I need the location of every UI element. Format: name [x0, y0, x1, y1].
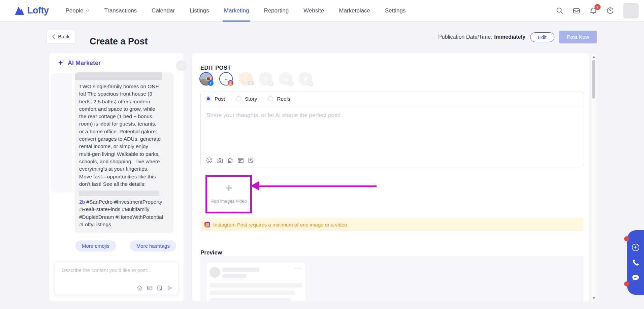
- ai-prompt-input[interactable]: [61, 267, 172, 282]
- scroll-down-arrow[interactable]: [592, 297, 595, 299]
- publication-controls: Publication Date/Time: Immediately Edit …: [438, 30, 597, 44]
- google-business-account[interactable]: +: [299, 72, 312, 85]
- edit-post-heading: EDIT POST: [200, 65, 231, 71]
- note-edit-icon[interactable]: [157, 285, 163, 291]
- post-preview-card: ···: [206, 263, 306, 301]
- search-icon[interactable]: [556, 7, 564, 14]
- storefront-icon: [302, 76, 309, 82]
- redacted-side-block: [51, 73, 72, 193]
- post-compose-box: Post Story Reels: [200, 92, 583, 167]
- x-twitter-account[interactable]: +: [259, 72, 272, 85]
- flyer-icon[interactable]: [147, 285, 153, 291]
- scroll-up-arrow[interactable]: [592, 56, 595, 58]
- ai-quick-actions: More emojis More hashtags: [75, 240, 176, 251]
- nav-item-marketing[interactable]: Marketing: [224, 0, 249, 22]
- preview-name-skeleton: [222, 268, 259, 272]
- instagram-account[interactable]: [219, 72, 233, 85]
- ai-post-copy: TWO single-family homes on ONE lot! The …: [79, 83, 169, 188]
- camera-icon[interactable]: [216, 157, 223, 164]
- instagram-icon: [204, 222, 210, 228]
- floating-contact-widget: [627, 230, 644, 295]
- publication-label: Publication Date/Time:: [438, 34, 492, 40]
- lofty-logo-icon: [14, 6, 24, 16]
- post-now-button[interactable]: Post Now: [559, 31, 597, 43]
- post-content-textarea[interactable]: [206, 111, 578, 148]
- chat-icon[interactable]: [631, 273, 640, 282]
- preview-avatar-skeleton: [210, 267, 220, 278]
- flyer-icon[interactable]: [237, 157, 244, 164]
- more-options-icon[interactable]: ···: [294, 265, 301, 271]
- facebook-account[interactable]: f: [199, 72, 213, 85]
- nav-item-website[interactable]: Website: [303, 0, 324, 22]
- emoji-icon[interactable]: [206, 157, 213, 164]
- nav-item-settings[interactable]: Settings: [385, 0, 406, 22]
- instagram-warning-banner: Instagram Post requires a minimum of one…: [200, 218, 583, 231]
- more-hashtags-button[interactable]: More hashtags: [130, 240, 176, 251]
- preview-text-skeleton: [210, 290, 295, 295]
- user-avatar[interactable]: [623, 3, 639, 19]
- lofty-logo[interactable]: Lofty: [14, 5, 49, 16]
- edit-post-panel: EDIT POST f C ▶ +: [192, 53, 589, 301]
- preview-date-skeleton: [222, 274, 247, 278]
- send-icon[interactable]: [167, 284, 174, 291]
- post-type-story[interactable]: Story: [236, 96, 257, 102]
- nav-item-listings[interactable]: Listings: [190, 0, 209, 22]
- redacted-text-block: [75, 72, 162, 80]
- nav-right-icons: 2: [556, 3, 639, 19]
- divider: [631, 255, 640, 255]
- add-account-icon: +: [308, 81, 314, 87]
- chevron-left-icon: [52, 34, 55, 39]
- top-navigation: Lofty People Transactions Calendar Listi…: [0, 0, 644, 22]
- vertical-scrollbar[interactable]: [591, 54, 596, 301]
- edit-schedule-button[interactable]: Edit: [530, 32, 554, 42]
- sparkle-icon: [57, 59, 65, 67]
- chevron-down-icon: [86, 9, 89, 12]
- note-edit-icon[interactable]: [248, 157, 255, 164]
- x-icon: [263, 76, 268, 81]
- nav-item-marketplace[interactable]: Marketplace: [339, 0, 370, 22]
- help-icon[interactable]: [606, 7, 614, 14]
- plus-icon: +: [208, 182, 250, 194]
- radio-selected: [206, 96, 211, 101]
- ai-post-hashtags: 2b #SanPedro #InvestmentProperty #RealEs…: [79, 198, 169, 228]
- ai-message-bubble: TWO single-family homes on ONE lot! The …: [75, 72, 173, 233]
- brand-name: Lofty: [27, 5, 49, 16]
- main-nav: People Transactions Calendar Listings Ma…: [65, 0, 406, 22]
- notification-count-badge: 2: [594, 4, 601, 10]
- ai-marketer-panel: AI Marketer TWO single-family homes on O…: [49, 53, 184, 301]
- home-icon[interactable]: [136, 285, 143, 291]
- nav-item-reporting[interactable]: Reporting: [264, 0, 289, 22]
- nav-item-people[interactable]: People: [65, 0, 89, 22]
- social-accounts-row: f C ▶ + in +: [199, 72, 312, 85]
- page-title: Create a Post: [90, 36, 148, 47]
- add-account-icon: +: [268, 81, 274, 87]
- more-emojis-button[interactable]: More emojis: [75, 240, 116, 251]
- youtube-account[interactable]: C ▶: [239, 72, 253, 85]
- preview-text-skeleton: [210, 298, 291, 301]
- collapse-panel-button[interactable]: [176, 61, 186, 70]
- facebook-icon: f: [208, 80, 214, 86]
- linkedin-account[interactable]: in +: [279, 72, 292, 85]
- inbox-icon[interactable]: [573, 7, 580, 14]
- phone-icon[interactable]: [631, 258, 640, 267]
- add-images-video-label: Add Images/Video: [208, 199, 250, 204]
- scrollbar-thumb[interactable]: [592, 60, 595, 99]
- notification-dot: [624, 236, 629, 241]
- back-button[interactable]: Back: [46, 30, 75, 43]
- add-images-video-button[interactable]: + Add Images/Video: [207, 177, 250, 212]
- notifications-bell[interactable]: 2: [589, 7, 597, 14]
- ai-marketer-title: AI Marketer: [68, 60, 101, 67]
- ai-assistant-icon[interactable]: [631, 243, 640, 252]
- post-type-reels[interactable]: Reels: [268, 96, 290, 102]
- nav-item-transactions[interactable]: Transactions: [104, 0, 137, 22]
- nav-item-calendar[interactable]: Calendar: [152, 0, 175, 22]
- redacted-link-block: [79, 191, 159, 196]
- post-type-selector: Post Story Reels: [201, 92, 583, 106]
- compose-toolbar: [206, 157, 255, 164]
- shortlink[interactable]: 2b: [79, 199, 85, 205]
- chevron-left-icon: [180, 64, 182, 67]
- post-type-post[interactable]: Post: [206, 96, 225, 102]
- home-icon[interactable]: [227, 157, 234, 164]
- radio-unselected: [236, 96, 241, 101]
- preview-text-skeleton: [210, 283, 302, 287]
